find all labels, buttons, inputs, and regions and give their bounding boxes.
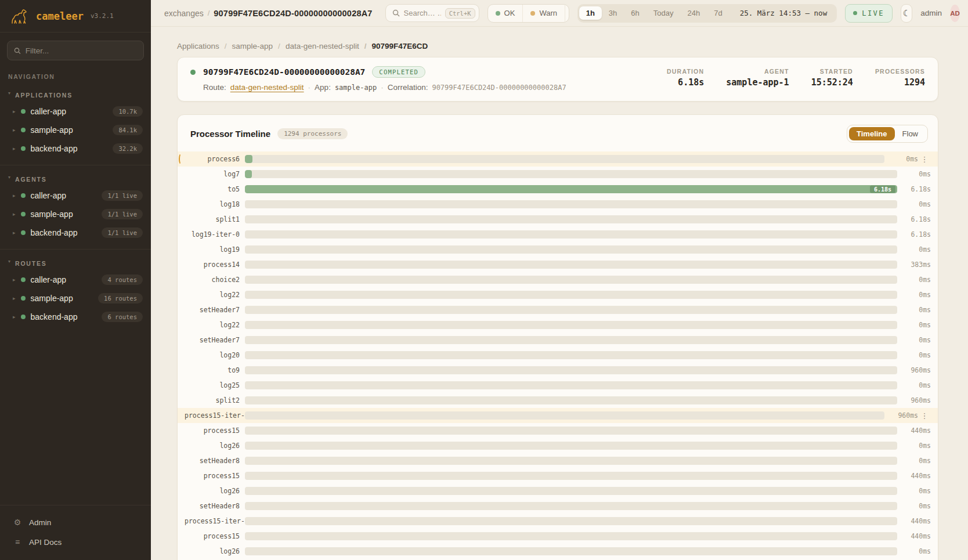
status-filter[interactable]: OK (488, 5, 523, 22)
status-filter[interactable]: Error (565, 5, 569, 22)
timeline-row[interactable]: split1 6.18s (178, 212, 938, 227)
sidebar-item[interactable]: ▸ sample-app 16 routes (0, 289, 151, 308)
sidebar-item[interactable]: ▸ caller-app 1/1 live (0, 186, 151, 205)
row-duration: 0ms (897, 457, 931, 465)
timeline-row[interactable]: log26 0ms (178, 438, 938, 453)
sidebar-item[interactable]: ▸ caller-app 10.7k (0, 102, 151, 121)
timeline-row[interactable]: log20 0ms (178, 348, 938, 363)
sidebar-item[interactable]: ▸ backend-app 1/1 live (0, 223, 151, 242)
timeline-track (245, 261, 897, 269)
time-range-button[interactable]: 7d (707, 6, 729, 20)
sidebar-section-header[interactable]: ▾ APPLICATIONS (0, 87, 151, 102)
sidebar-section: ▾ ROUTES ▸ caller-app 4 routes (0, 249, 151, 333)
filter-input[interactable] (26, 46, 137, 55)
timeline-row[interactable]: process15-iter-0 960ms ⋮ (178, 408, 938, 423)
timeline-row[interactable]: log19 0ms (178, 242, 938, 257)
sidebar-section-header[interactable]: ▾ AGENTS (0, 171, 151, 186)
global-search[interactable]: Search… … Ctrl+K (385, 4, 479, 22)
time-range-button[interactable]: 24h (680, 6, 707, 20)
sidebar-item[interactable]: ▸ caller-app 4 routes (0, 270, 151, 289)
timeline-track (245, 472, 897, 480)
kebab-menu-icon[interactable]: ⋮ (918, 155, 931, 164)
theme-toggle-button[interactable]: ☾ (901, 4, 912, 23)
sidebar-item[interactable]: ▸ sample-app 84.1k (0, 121, 151, 139)
processor-name: log19 (185, 245, 245, 254)
processor-name: log19-iter-0 (185, 230, 245, 239)
row-duration: 0ms (897, 547, 931, 555)
metric-label: AGENT (726, 68, 789, 75)
sidebar-item-badge: 1/1 live (102, 227, 143, 238)
breadcrumb-section[interactable]: exchanges (164, 9, 204, 18)
row-duration: 0ms (897, 170, 931, 178)
timeline-row[interactable]: log22 0ms (178, 317, 938, 333)
timeline-row[interactable]: process15 440ms (178, 529, 938, 544)
sidebar-item[interactable]: ▸ sample-app 1/1 live (0, 205, 151, 223)
kebab-menu-icon[interactable]: ⋮ (918, 411, 931, 420)
sidebar-item[interactable]: ▸ backend-app 6 routes (0, 308, 151, 326)
duration-bar (245, 170, 252, 178)
logo-row[interactable]: cameleer v3.2.1 (0, 0, 151, 32)
route-link[interactable]: data-gen-nested-split (230, 83, 304, 92)
bar-duration-chip: 6.18s (870, 186, 895, 193)
date-range-label[interactable]: 25. März 14:53 — now (729, 9, 836, 17)
view-toggle-button[interactable]: Flow (895, 127, 926, 140)
timeline-row[interactable]: log7 0ms (178, 167, 938, 182)
timeline-row[interactable]: log25 0ms (178, 378, 938, 393)
status-dot (21, 296, 26, 301)
timeline-track (245, 457, 897, 465)
timeline-row[interactable]: log26 0ms (178, 483, 938, 498)
time-range-button[interactable]: 6h (624, 6, 646, 20)
user-name[interactable]: admin (920, 9, 942, 17)
time-range-button[interactable]: 3h (602, 6, 624, 20)
timeline-row[interactable]: setHeader7 0ms (178, 302, 938, 317)
timeline-track (245, 321, 897, 329)
view-toggle-button[interactable]: Timeline (849, 127, 895, 140)
time-range-button[interactable]: 1h (579, 6, 602, 20)
breadcrumb-item[interactable]: Applications (177, 42, 219, 50)
timeline-row[interactable]: process14 383ms (178, 257, 938, 272)
sidebar-item-admin[interactable]: ⚙ Admin (0, 512, 151, 532)
sidebar-section-header[interactable]: ▾ ROUTES (0, 255, 151, 270)
timeline-row[interactable]: setHeader8 0ms (178, 498, 938, 514)
timeline-row[interactable]: log22 0ms (178, 287, 938, 302)
timeline-row[interactable]: to5 6.18s 6.18s (178, 182, 938, 197)
chevron-right-icon: ▸ (13, 193, 16, 198)
status-filter[interactable]: Warn (522, 5, 565, 22)
timeline-row[interactable]: log19-iter-0 6.18s (178, 227, 938, 242)
sidebar-item-badge: 84.1k (113, 125, 143, 135)
timeline-row[interactable]: choice2 0ms (178, 272, 938, 287)
processor-name: process6 (185, 155, 245, 163)
timeline-row[interactable]: log26 0ms (178, 544, 938, 559)
avatar[interactable]: AD (950, 5, 960, 22)
shortcut-badge: Ctrl+K (445, 8, 475, 19)
breadcrumb-item[interactable]: 90799F47E6CD (359, 42, 428, 50)
timeline-row[interactable]: log18 0ms (178, 197, 938, 212)
breadcrumb-item[interactable]: sample-app (219, 42, 273, 50)
time-range-button[interactable]: Today (646, 6, 681, 20)
timeline-row[interactable]: process15-iter-1 440ms (178, 514, 938, 529)
timeline-track (245, 487, 897, 495)
timeline-row[interactable]: to9 960ms (178, 363, 938, 378)
timeline-track (245, 396, 897, 404)
timeline-row[interactable]: setHeader8 0ms (178, 453, 938, 468)
app-root: cameleer v3.2.1 NAVIGATION ▾ APPLICATION… (0, 0, 968, 560)
timeline-row[interactable]: process15 440ms (178, 468, 938, 483)
sidebar-filter[interactable] (7, 41, 144, 60)
sidebar-item-api-docs[interactable]: ≡ API Docs (0, 532, 151, 552)
timeline-title: Processor Timeline (190, 129, 270, 139)
sidebar-item[interactable]: ▸ backend-app 32.2k (0, 139, 151, 158)
timeline-track (245, 291, 897, 299)
timeline-row[interactable]: process6 0ms ⋮ (178, 151, 938, 167)
live-badge[interactable]: LIVE (845, 4, 893, 23)
processor-name: log26 (185, 547, 245, 555)
time-range-group: 1h 3h 6h Today 24h 7d 25. März 14:53 — n… (577, 4, 837, 23)
timeline-row[interactable]: split2 960ms (178, 393, 938, 408)
status-dot (496, 11, 500, 16)
timeline-row[interactable]: process15 440ms (178, 423, 938, 438)
sidebar-section-title: AGENTS (15, 176, 47, 183)
breadcrumb-item[interactable]: data-gen-nested-split (273, 42, 359, 50)
app-label: App: (315, 83, 331, 92)
timeline-row[interactable]: setHeader7 0ms (178, 333, 938, 348)
processor-name: log22 (185, 321, 245, 329)
sidebar-item-label: caller-app (31, 191, 66, 200)
